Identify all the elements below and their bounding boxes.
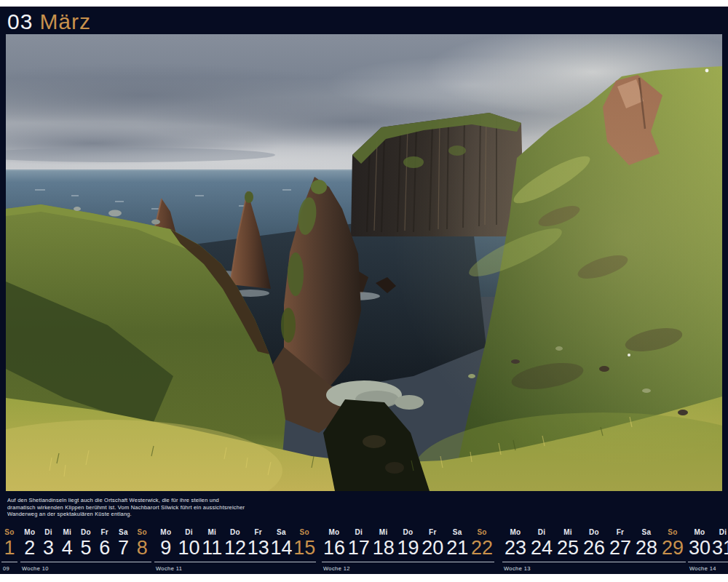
day-number: 6 [95,538,114,558]
weekday-label: Fr [420,528,445,536]
day-number: 4 [58,538,76,558]
day-number: 18 [371,538,396,558]
calendar-day: Do19 [396,528,421,558]
weekday-label: Di [178,528,201,536]
week-underline [20,562,151,562]
weekday-label: Do [581,528,607,536]
weekday-label: Mi [555,528,581,536]
day-number: 17 [347,538,371,558]
caption-line: Wanderweg an der spektakulären Küste ent… [7,511,245,518]
weekday-label: Mo [322,528,347,536]
calendar-day: Mi4 [58,528,76,558]
day-number: 3 [39,538,58,558]
week-number-label: Woche 12 [322,565,494,572]
weekday-label: So [293,528,316,536]
day-number: 30 [688,538,711,558]
day-number: 21 [445,538,470,558]
calendar-day: Mo30 [688,528,711,558]
calendar-day: Do5 [76,528,95,558]
calendar-day: Mo23 [502,528,529,558]
weekday-label: Mo [20,528,39,536]
week-underline [322,562,494,562]
week-underline [1,562,17,562]
weekday-label: So [660,528,686,536]
week-days-row: Mo9Di10Mi11Do12Fr13Sa14So15 [154,528,316,558]
weekday-label: Sa [445,528,470,536]
day-number: 15 [293,538,316,558]
calendar-week-group: Mo2Di3Mi4Do5Fr6Sa7So8Woche 10 [20,528,151,574]
day-number: 1 [1,538,17,558]
calendar-day: So1 [1,528,17,558]
calendar-day: So15 [293,528,316,558]
day-number: 28 [633,538,660,558]
day-number: 25 [555,538,581,558]
day-number: 22 [470,538,494,558]
day-number: 14 [270,538,293,558]
week-underline [154,562,316,562]
calendar-day: Sa28 [633,528,660,558]
weekday-label: Mi [58,528,76,536]
week-days-row: Mo30Di31 [688,528,728,558]
calendar-week-group: So109 [1,528,17,574]
weekday-label: Sa [270,528,293,536]
week-underline [502,562,686,562]
calendar-day: Mo2 [20,528,39,558]
day-number: 8 [132,538,151,558]
week-number-label: Woche 14 [688,565,728,572]
day-number: 20 [420,538,445,558]
calendar-day: Fr20 [420,528,445,558]
calendar-day: Sa7 [114,528,133,558]
date-strip: So109Mo2Di3Mi4Do5Fr6Sa7So8Woche 10Mo9Di1… [0,528,728,574]
weekday-label: So [132,528,151,536]
sheep-dot [705,69,709,73]
calendar-day: Sa21 [445,528,470,558]
weekday-label: Mi [371,528,396,536]
day-number: 27 [607,538,633,558]
weekday-label: Mo [688,528,711,536]
calendar-day: Di10 [178,528,201,558]
day-number: 31 [711,538,728,558]
weekday-label: Sa [633,528,660,536]
photo-caption: Auf den Shetlandinseln liegt auch die Or… [7,497,245,518]
calendar-week-group: Mo9Di10Mi11Do12Fr13Sa14So15Woche 11 [154,528,316,574]
week-days-row: Mo23Di24Mi25Do26Fr27Sa28So29 [502,528,686,558]
weekday-label: Di [39,528,58,536]
calendar-page: 03März [0,0,728,582]
calendar-week-group: Mo30Di31Woche 14 [688,528,728,574]
weekday-label: Do [396,528,421,536]
calendar-day: Fr6 [95,528,114,558]
caption-line: dramatisch wirkenden Klippen berühmt ist… [7,504,245,511]
weekday-label: Di [347,528,371,536]
calendar-day: Sa14 [270,528,293,558]
week-number-label: Woche 11 [154,565,316,572]
calendar-day: So8 [132,528,151,558]
week-underline [688,562,728,562]
coastal-cliffs-illustration [6,34,722,491]
week-number-label: 09 [1,565,17,572]
calendar-week-group: Mo16Di17Mi18Do19Fr20Sa21So22Woche 12 [322,528,494,574]
weekday-label: Di [529,528,555,536]
calendar-day: Di3 [39,528,58,558]
calendar-day: Di31 [711,528,728,558]
week-days-row: Mo2Di3Mi4Do5Fr6Sa7So8 [20,528,151,558]
weekday-label: Mo [154,528,178,536]
day-number: 19 [396,538,421,558]
weekday-label: Fr [247,528,270,536]
calendar-week-group: Mo23Di24Mi25Do26Fr27Sa28So29Woche 13 [502,528,686,574]
landscape-photo [6,34,722,491]
calendar-day: Fr27 [607,528,633,558]
day-number: 26 [581,538,607,558]
calendar-day: Do12 [223,528,247,558]
month-header: 03März [7,8,91,36]
calendar-day: Mo9 [154,528,178,558]
sheep-dot [628,354,630,356]
calendar-day: Di24 [529,528,555,558]
week-days-row: So1 [1,528,17,558]
day-number: 11 [200,538,223,558]
calendar-panel: 03März [0,7,728,574]
day-number: 2 [20,538,39,558]
calendar-day: So29 [660,528,686,558]
day-number: 13 [247,538,270,558]
day-number: 10 [178,538,201,558]
month-name: März [39,9,91,33]
